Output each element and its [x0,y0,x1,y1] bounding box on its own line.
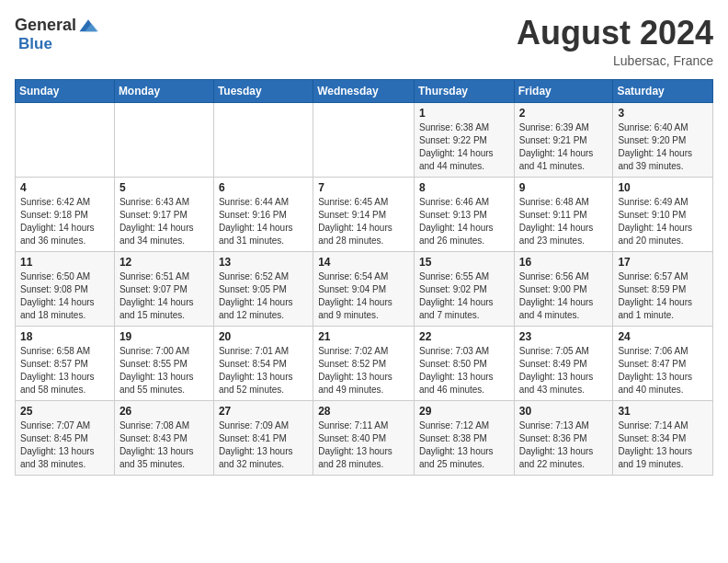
day-number: 12 [119,256,209,269]
day-info: Sunrise: 7:09 AM Sunset: 8:41 PM Dayligh… [219,419,308,471]
day-number: 28 [318,405,409,418]
day-info: Sunrise: 7:00 AM Sunset: 8:55 PM Dayligh… [119,345,209,396]
day-info: Sunrise: 6:57 AM Sunset: 8:59 PM Dayligh… [618,270,708,322]
header-row: Sunday Monday Tuesday Wednesday Thursday… [16,79,713,102]
calendar-cell: 16Sunrise: 6:56 AM Sunset: 9:00 PM Dayli… [514,251,613,326]
day-info: Sunrise: 6:51 AM Sunset: 9:07 PM Dayligh… [119,270,209,322]
calendar-cell [213,102,313,177]
calendar-cell: 25Sunrise: 7:07 AM Sunset: 8:45 PM Dayli… [16,400,115,475]
day-number: 20 [219,330,308,343]
col-thursday: Thursday [414,79,514,102]
calendar-cell: 30Sunrise: 7:13 AM Sunset: 8:36 PM Dayli… [514,400,613,475]
calendar-week-1: 1Sunrise: 6:38 AM Sunset: 9:22 PM Daylig… [16,102,713,177]
day-info: Sunrise: 7:07 AM Sunset: 8:45 PM Dayligh… [20,419,109,471]
day-info: Sunrise: 7:06 AM Sunset: 8:47 PM Dayligh… [618,345,708,396]
calendar-body: 1Sunrise: 6:38 AM Sunset: 9:22 PM Daylig… [16,102,713,475]
day-info: Sunrise: 7:14 AM Sunset: 8:34 PM Dayligh… [618,419,708,471]
day-info: Sunrise: 6:48 AM Sunset: 9:11 PM Dayligh… [519,196,609,247]
day-number: 15 [419,256,509,269]
day-number: 21 [318,330,409,343]
calendar-cell: 31Sunrise: 7:14 AM Sunset: 8:34 PM Dayli… [613,400,713,475]
day-info: Sunrise: 6:45 AM Sunset: 9:14 PM Dayligh… [318,196,409,247]
calendar-cell: 17Sunrise: 6:57 AM Sunset: 8:59 PM Dayli… [613,251,713,326]
calendar-cell: 27Sunrise: 7:09 AM Sunset: 8:41 PM Dayli… [213,400,313,475]
day-info: Sunrise: 6:43 AM Sunset: 9:17 PM Dayligh… [119,196,209,247]
day-info: Sunrise: 7:13 AM Sunset: 8:36 PM Dayligh… [519,419,609,471]
calendar-week-5: 25Sunrise: 7:07 AM Sunset: 8:45 PM Dayli… [16,400,713,475]
calendar-cell: 10Sunrise: 6:49 AM Sunset: 9:10 PM Dayli… [613,177,713,251]
calendar-cell: 13Sunrise: 6:52 AM Sunset: 9:05 PM Dayli… [213,251,313,326]
day-number: 6 [219,181,308,194]
page-header: General Blue August 2024 Lubersac, Franc… [15,15,713,68]
calendar-week-2: 4Sunrise: 6:42 AM Sunset: 9:18 PM Daylig… [16,177,713,251]
day-number: 14 [318,256,409,269]
day-info: Sunrise: 7:02 AM Sunset: 8:52 PM Dayligh… [318,345,409,396]
calendar-cell: 28Sunrise: 7:11 AM Sunset: 8:40 PM Dayli… [313,400,415,475]
calendar-table: Sunday Monday Tuesday Wednesday Thursday… [15,79,713,476]
day-number: 10 [618,181,708,194]
day-number: 3 [618,107,708,120]
day-info: Sunrise: 6:46 AM Sunset: 9:13 PM Dayligh… [419,196,509,247]
day-info: Sunrise: 6:58 AM Sunset: 8:57 PM Dayligh… [20,345,109,396]
calendar-cell: 9Sunrise: 6:48 AM Sunset: 9:11 PM Daylig… [514,177,613,251]
calendar-cell: 23Sunrise: 7:05 AM Sunset: 8:49 PM Dayli… [514,326,613,400]
day-number: 18 [20,330,109,343]
day-info: Sunrise: 7:05 AM Sunset: 8:49 PM Dayligh… [519,345,609,396]
calendar-cell: 12Sunrise: 6:51 AM Sunset: 9:07 PM Dayli… [114,251,213,326]
day-info: Sunrise: 7:03 AM Sunset: 8:50 PM Dayligh… [419,345,509,396]
calendar-cell: 6Sunrise: 6:44 AM Sunset: 9:16 PM Daylig… [213,177,313,251]
calendar-week-4: 18Sunrise: 6:58 AM Sunset: 8:57 PM Dayli… [16,326,713,400]
day-number: 27 [219,405,308,418]
calendar-cell: 20Sunrise: 7:01 AM Sunset: 8:54 PM Dayli… [213,326,313,400]
day-number: 24 [618,330,708,343]
day-number: 4 [20,181,109,194]
calendar-cell: 1Sunrise: 6:38 AM Sunset: 9:22 PM Daylig… [414,102,514,177]
calendar-cell: 8Sunrise: 6:46 AM Sunset: 9:13 PM Daylig… [414,177,514,251]
calendar-cell: 4Sunrise: 6:42 AM Sunset: 9:18 PM Daylig… [16,177,115,251]
day-number: 11 [20,256,109,269]
day-info: Sunrise: 6:56 AM Sunset: 9:00 PM Dayligh… [519,270,609,322]
col-sunday: Sunday [16,79,115,102]
day-info: Sunrise: 6:42 AM Sunset: 9:18 PM Dayligh… [20,196,109,247]
month-year-title: August 2024 [517,15,713,52]
day-number: 23 [519,330,609,343]
logo-general: General [15,16,76,35]
day-info: Sunrise: 7:01 AM Sunset: 8:54 PM Dayligh… [219,345,308,396]
calendar-header: Sunday Monday Tuesday Wednesday Thursday… [16,79,713,102]
day-number: 7 [318,181,409,194]
col-monday: Monday [114,79,213,102]
day-number: 17 [618,256,708,269]
day-number: 8 [419,181,509,194]
calendar-cell [114,102,213,177]
calendar-cell: 18Sunrise: 6:58 AM Sunset: 8:57 PM Dayli… [16,326,115,400]
day-number: 13 [219,256,308,269]
day-info: Sunrise: 6:39 AM Sunset: 9:21 PM Dayligh… [519,121,609,173]
calendar-cell: 22Sunrise: 7:03 AM Sunset: 8:50 PM Dayli… [414,326,514,400]
col-friday: Friday [514,79,613,102]
calendar-cell: 24Sunrise: 7:06 AM Sunset: 8:47 PM Dayli… [613,326,713,400]
day-info: Sunrise: 7:11 AM Sunset: 8:40 PM Dayligh… [318,419,409,471]
day-info: Sunrise: 6:38 AM Sunset: 9:22 PM Dayligh… [419,121,509,173]
day-info: Sunrise: 6:44 AM Sunset: 9:16 PM Dayligh… [219,196,308,247]
day-number: 22 [419,330,509,343]
day-info: Sunrise: 6:54 AM Sunset: 9:04 PM Dayligh… [318,270,409,322]
day-number: 2 [519,107,609,120]
day-number: 9 [519,181,609,194]
col-tuesday: Tuesday [213,79,313,102]
calendar-cell [313,102,415,177]
day-number: 19 [119,330,209,343]
location-subtitle: Lubersac, France [517,53,713,68]
day-info: Sunrise: 7:08 AM Sunset: 8:43 PM Dayligh… [119,419,209,471]
title-block: August 2024 Lubersac, France [517,15,713,68]
calendar-cell: 7Sunrise: 6:45 AM Sunset: 9:14 PM Daylig… [313,177,415,251]
calendar-cell: 21Sunrise: 7:02 AM Sunset: 8:52 PM Dayli… [313,326,415,400]
day-info: Sunrise: 6:52 AM Sunset: 9:05 PM Dayligh… [219,270,308,322]
day-info: Sunrise: 6:49 AM Sunset: 9:10 PM Dayligh… [618,196,708,247]
calendar-cell: 19Sunrise: 7:00 AM Sunset: 8:55 PM Dayli… [114,326,213,400]
day-number: 25 [20,405,109,418]
calendar-cell: 14Sunrise: 6:54 AM Sunset: 9:04 PM Dayli… [313,251,415,326]
logo-icon [78,15,98,35]
calendar-cell [16,102,115,177]
calendar-cell: 2Sunrise: 6:39 AM Sunset: 9:21 PM Daylig… [514,102,613,177]
calendar-cell: 3Sunrise: 6:40 AM Sunset: 9:20 PM Daylig… [613,102,713,177]
